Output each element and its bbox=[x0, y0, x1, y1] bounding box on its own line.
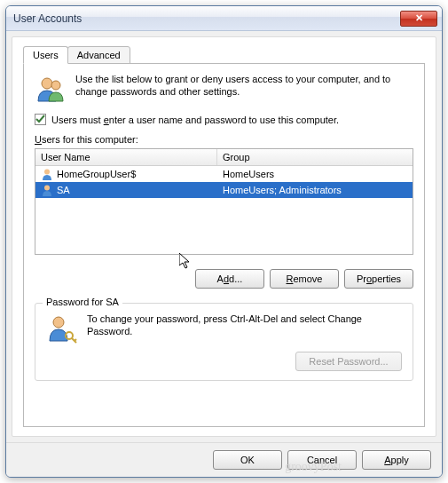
tab-panel-users: Use the list below to grant or deny user… bbox=[23, 63, 425, 427]
group-cell: HomeUsers bbox=[217, 168, 413, 180]
apply-button[interactable]: Apply bbox=[362, 450, 431, 470]
close-icon: ✕ bbox=[415, 12, 423, 24]
svg-point-4 bbox=[53, 317, 64, 328]
user-icon bbox=[41, 168, 53, 180]
listview-header[interactable]: User Name Group bbox=[35, 149, 413, 166]
client-area: Users Advanced Use the list below to gra… bbox=[12, 36, 436, 437]
properties-button[interactable]: Properties bbox=[344, 269, 413, 289]
user-accounts-dialog: User Accounts ✕ Users Advanced Use the l… bbox=[5, 5, 443, 478]
intro-row: Use the list below to grant or deny user… bbox=[35, 73, 413, 105]
cursor-icon bbox=[179, 253, 193, 271]
remove-button[interactable]: Remove bbox=[270, 269, 339, 289]
cancel-button[interactable]: Cancel bbox=[287, 450, 357, 470]
require-login-checkbox[interactable] bbox=[35, 114, 46, 125]
users-icon bbox=[35, 73, 67, 105]
require-login-checkbox-row[interactable]: Users must enter a user name and passwor… bbox=[35, 114, 413, 125]
password-text: To change your password, press Ctrl-Alt-… bbox=[87, 313, 402, 338]
reset-password-button: Reset Password... bbox=[295, 352, 402, 371]
svg-point-2 bbox=[44, 170, 50, 175]
svg-point-3 bbox=[44, 186, 50, 191]
titlebar[interactable]: User Accounts ✕ bbox=[6, 6, 442, 31]
users-list-label: Users for this computer: bbox=[35, 134, 413, 145]
password-groupbox: Password for SA To change your password,… bbox=[35, 303, 413, 381]
tab-strip: Users Advanced bbox=[23, 46, 425, 64]
user-key-icon bbox=[46, 313, 78, 344]
column-username[interactable]: User Name bbox=[35, 149, 217, 165]
table-row[interactable]: SA HomeUsers; Administrators bbox=[35, 182, 413, 198]
add-button[interactable]: Add... bbox=[195, 269, 264, 289]
tab-advanced[interactable]: Advanced bbox=[67, 46, 130, 64]
users-listview[interactable]: User Name Group HomeGroupUser$ HomeUsers bbox=[35, 148, 413, 255]
close-button[interactable]: ✕ bbox=[400, 11, 437, 27]
user-icon bbox=[41, 184, 53, 196]
intro-text: Use the list below to grant or deny user… bbox=[75, 73, 413, 105]
window-title: User Accounts bbox=[13, 12, 400, 25]
username-cell: SA bbox=[57, 185, 70, 195]
username-cell: HomeGroupUser$ bbox=[57, 169, 136, 179]
user-buttons-row: Add... Remove Properties bbox=[35, 269, 413, 289]
table-row[interactable]: HomeGroupUser$ HomeUsers bbox=[35, 166, 413, 182]
svg-point-1 bbox=[51, 81, 60, 90]
password-groupbox-title: Password for SA bbox=[43, 297, 122, 307]
require-login-label: Users must enter a user name and passwor… bbox=[51, 115, 339, 125]
svg-point-0 bbox=[42, 78, 52, 89]
group-cell: HomeUsers; Administrators bbox=[217, 184, 413, 196]
ok-button[interactable]: OK bbox=[213, 450, 282, 470]
column-group[interactable]: Group bbox=[217, 149, 413, 165]
tab-users[interactable]: Users bbox=[23, 46, 68, 64]
dialog-button-row: OK Cancel Apply groovyPost bbox=[6, 442, 442, 477]
